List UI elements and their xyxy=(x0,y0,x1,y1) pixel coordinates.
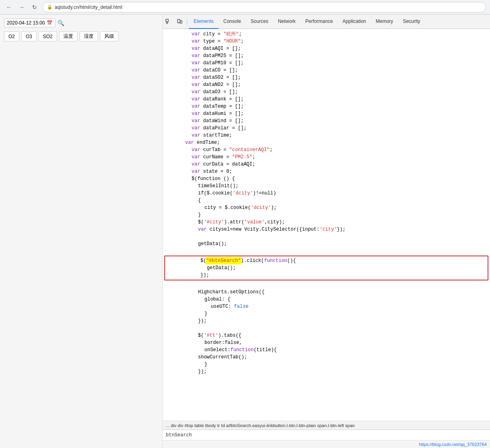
code-line: var citysel=new Vcity.CitySelector({inpu… xyxy=(163,226,490,233)
dom-breadcrumb: ... div div #top table tbody tr td a#btn… xyxy=(163,421,490,430)
address-bar[interactable]: 🔒 aqistudy.cn/html/city_detail.html xyxy=(43,2,486,12)
code-line: var dataAQI = []; xyxy=(163,45,490,52)
link-bar: https://blog.csdn.net/qq_37623764 xyxy=(163,440,490,448)
tab-wind[interactable]: 风级 xyxy=(100,31,118,41)
console-value: btnSearch xyxy=(166,432,192,438)
code-line: var city = "杭州"; xyxy=(163,31,490,38)
code-line: showCurrentTab(); xyxy=(163,354,490,361)
breadcrumb-text: ... div div #top table tbody tr td a#btn… xyxy=(166,423,355,428)
tab-security[interactable]: Security xyxy=(398,14,425,29)
code-line: var state = 0; xyxy=(163,168,490,175)
devtools-toolbar: Elements Console Sources Network Perform… xyxy=(163,14,490,29)
code-line: onSelect:function(title){ xyxy=(163,346,490,354)
tab-application[interactable]: Application xyxy=(338,14,371,29)
code-line: var startTime; xyxy=(163,132,490,139)
browser-bar: ← → ↻ 🔒 aqistudy.cn/html/city_detail.htm… xyxy=(0,0,490,14)
main-container: 2020-04-12 15:00 📅 🔍 O2 O3 SO2 温度 湿度 风级 xyxy=(0,14,490,448)
code-line: getData(); xyxy=(163,240,490,248)
code-line: var dataCO = []; xyxy=(163,67,490,74)
code-line: var curName = "PM2.5"; xyxy=(163,153,490,161)
code-line xyxy=(163,281,490,288)
code-line: var dataSO2 = []; xyxy=(163,74,490,81)
code-line: var dataPM10 = []; xyxy=(163,59,490,67)
back-button[interactable]: ← xyxy=(4,2,14,12)
tab-humidity[interactable]: 湿度 xyxy=(80,31,98,41)
devtools-panel: Elements Console Sources Network Perform… xyxy=(163,14,490,448)
code-area[interactable]: var city = "杭州"; var type = "HOUR"; var … xyxy=(163,29,490,421)
code-line: var dataTemp = []; xyxy=(163,103,490,110)
tab-console[interactable]: Console xyxy=(218,14,246,29)
device-icon[interactable] xyxy=(174,14,185,29)
search-icon[interactable]: 🔍 xyxy=(57,20,64,26)
code-line: var dataO3 = []; xyxy=(163,88,490,96)
code-line: var endTime; xyxy=(163,139,490,146)
code-line: var dataRank = []; xyxy=(163,96,490,103)
tab-o3[interactable]: O3 xyxy=(21,31,37,41)
tab-performance[interactable]: Performance xyxy=(300,14,338,29)
code-line: global: { xyxy=(163,296,490,303)
code-line-highlight-3: }); xyxy=(165,272,488,279)
code-line xyxy=(163,325,490,332)
date-value: 2020-04-12 15:00 xyxy=(7,20,45,26)
code-line: } xyxy=(163,310,490,317)
code-line: var curTab = "containerAQI"; xyxy=(163,146,490,153)
code-line: $(function () { xyxy=(163,175,490,182)
code-line: var dataNO2 = []; xyxy=(163,81,490,88)
date-input[interactable]: 2020-04-12 15:00 📅 xyxy=(4,18,55,27)
tab-so2[interactable]: SO2 xyxy=(39,31,57,41)
code-line: } xyxy=(163,361,490,368)
tab-memory[interactable]: Memory xyxy=(371,14,398,29)
code-line: { xyxy=(163,197,490,204)
link-text: https://blog.csdn.net/qq_37623764 xyxy=(419,442,487,447)
lock-icon: 🔒 xyxy=(47,4,53,10)
tab-network[interactable]: Network xyxy=(273,14,300,29)
left-panel: 2020-04-12 15:00 📅 🔍 O2 O3 SO2 温度 湿度 风级 xyxy=(0,14,163,448)
date-row: 2020-04-12 15:00 📅 🔍 xyxy=(4,18,158,27)
svg-rect-4 xyxy=(180,20,182,23)
tab-o2[interactable]: O2 xyxy=(4,31,19,41)
code-line: }); xyxy=(163,368,490,375)
svg-rect-0 xyxy=(166,19,168,22)
code-line: }); xyxy=(163,317,490,325)
url-text: aqistudy.cn/html/city_detail.html xyxy=(55,4,122,10)
code-line: var curData = dataAQI; xyxy=(163,161,490,168)
code-line: var dataHumi = []; xyxy=(163,110,490,117)
code-line: var type = "HOUR"; xyxy=(163,38,490,45)
toolbar-separator xyxy=(187,18,187,26)
code-line: var dataPolar = []; xyxy=(163,125,490,132)
code-line-highlight-2: getData(); xyxy=(165,264,488,272)
code-line: $('#tt').tabs({ xyxy=(163,332,490,339)
tab-elements[interactable]: Elements xyxy=(189,14,218,29)
code-line: var dataWind = []; xyxy=(163,117,490,125)
code-line: $('#city').attr('value',city); xyxy=(163,219,490,226)
console-bar: btnSearch xyxy=(163,430,490,440)
tab-temp[interactable]: 温度 xyxy=(59,31,78,41)
devtools-tabs: Elements Console Sources Network Perform… xyxy=(189,14,425,29)
code-line: if($.cookie('dcity')!=null) xyxy=(163,190,490,197)
forward-button[interactable]: → xyxy=(17,2,27,12)
inspect-icon[interactable] xyxy=(163,14,174,29)
tab-sources[interactable]: Sources xyxy=(246,14,273,29)
code-line-highlight-1: $("#btnSearch").click(function(){ xyxy=(165,257,488,264)
refresh-button[interactable]: ↻ xyxy=(30,2,39,12)
calendar-icon[interactable]: 📅 xyxy=(47,20,53,26)
code-line: useUTC: false xyxy=(163,303,490,310)
code-line: var dataPM25 = []; xyxy=(163,52,490,59)
tab-row: O2 O3 SO2 温度 湿度 风级 xyxy=(4,31,158,41)
highlight-block: $("#btnSearch").click(function(){ getDat… xyxy=(164,256,488,280)
code-line xyxy=(163,248,490,255)
code-line: city = $.cookie('dcity'); xyxy=(163,204,490,211)
code-line: timeSelInit(); xyxy=(163,182,490,190)
code-line: Highcharts.setOptions({ xyxy=(163,288,490,296)
code-line: border:false, xyxy=(163,339,490,346)
code-line: } xyxy=(163,211,490,219)
code-line xyxy=(163,233,490,240)
